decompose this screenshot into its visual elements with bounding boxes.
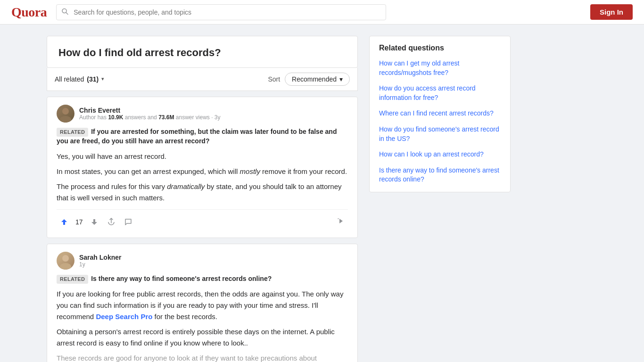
chevron-down-icon: ▾ <box>101 76 104 82</box>
author-name-1: Chris Everett <box>79 107 221 114</box>
header: Quora Sign In <box>0 0 644 25</box>
search-icon <box>62 8 68 16</box>
svg-point-4 <box>62 255 69 262</box>
sidebar: Related questions How can I get my old a… <box>369 36 511 362</box>
svg-point-5 <box>60 263 71 270</box>
question-title: How do I find old arrest records? <box>58 46 346 60</box>
vote-bar-1: 17 <box>57 209 348 230</box>
answer-para-2-1: If you are looking for free public arres… <box>57 288 348 322</box>
author-info-2: Sarah Lokner 1y <box>79 254 121 268</box>
all-related[interactable]: All related (31) ▾ <box>55 75 104 83</box>
related-question-1: RelatedIf you are arrested for something… <box>57 127 348 146</box>
svg-point-2 <box>62 108 69 115</box>
related-questions-box: Related questions How can I get my old a… <box>369 36 511 192</box>
answer-para-1-1: Yes, you will have an arrest record. <box>57 151 348 162</box>
answer-author-2: Sarah Lokner 1y <box>57 252 348 270</box>
answer-author-1: Chris Everett Author has 10.9K answers a… <box>57 105 348 123</box>
avatar-chris <box>57 105 74 123</box>
related-questions-title: Related questions <box>379 44 501 52</box>
search-input[interactable] <box>56 4 386 20</box>
deep-search-link[interactable]: Deep Search Pro <box>96 313 152 321</box>
main-content: How do I find old arrest records? All re… <box>47 36 358 362</box>
sort-value: Recommended <box>292 75 337 83</box>
share-button-1[interactable] <box>104 215 119 229</box>
sidebar-question-6[interactable]: Is there any way to find someone's arres… <box>379 166 501 184</box>
header-right: Sign In <box>590 4 633 20</box>
answer-para-1-3: The process and rules for this vary dram… <box>57 181 348 204</box>
svg-line-1 <box>66 12 68 14</box>
svg-point-3 <box>60 116 71 123</box>
downvote-button-1[interactable] <box>87 215 102 229</box>
author-info-1: Chris Everett Author has 10.9K answers a… <box>79 107 221 121</box>
sort-label: Sort <box>268 75 280 83</box>
answer-para-2-3: These records are good for anyone to loo… <box>57 353 348 362</box>
sign-in-button[interactable]: Sign In <box>590 4 633 20</box>
comment-button-1[interactable] <box>121 215 136 229</box>
forward-button-1[interactable] <box>333 214 348 230</box>
author-meta-1: Author has 10.9K answers and 73.6M answe… <box>79 114 221 121</box>
author-name-2: Sarah Lokner <box>79 254 121 261</box>
related-tag-1: Related <box>57 128 88 137</box>
question-box: How do I find old arrest records? <box>47 36 358 68</box>
quora-logo[interactable]: Quora <box>11 5 47 20</box>
sidebar-question-4[interactable]: How do you find someone's arrest record … <box>379 125 501 143</box>
vote-count-1: 17 <box>74 218 85 226</box>
answer-card-1: Chris Everett Author has 10.9K answers a… <box>47 97 358 238</box>
sort-dropdown[interactable]: Recommended ▾ <box>285 73 350 86</box>
author-meta-2: 1y <box>79 261 121 268</box>
search-container <box>56 4 386 20</box>
related-question-2: RelatedIs there any way to find someone'… <box>57 274 348 284</box>
upvote-button-1[interactable] <box>57 215 72 229</box>
sidebar-question-2[interactable]: How do you access arrest record informat… <box>379 84 501 102</box>
sidebar-question-3[interactable]: Where can I find recent arrest records? <box>379 109 501 118</box>
answer-para-2-2: Obtaining a person's arrest record is en… <box>57 326 348 349</box>
all-related-label: All related <box>55 75 84 83</box>
answer-para-1-2: In most states, you can get an arrest ex… <box>57 166 348 177</box>
related-tag-2: Related <box>57 275 88 284</box>
sidebar-question-1[interactable]: How can I get my old arrest records/mugs… <box>379 59 501 77</box>
page-container: How do I find old arrest records? All re… <box>39 25 605 362</box>
sidebar-question-5[interactable]: How can I look up an arrest record? <box>379 150 501 159</box>
sort-chevron-icon: ▾ <box>339 75 343 83</box>
avatar-sarah <box>57 252 74 270</box>
sort-area: Sort Recommended ▾ <box>268 73 350 86</box>
answer-count: (31) <box>87 75 99 83</box>
filter-bar: All related (31) ▾ Sort Recommended ▾ <box>47 68 358 91</box>
answer-card-2: Sarah Lokner 1y RelatedIs there any way … <box>47 244 358 362</box>
